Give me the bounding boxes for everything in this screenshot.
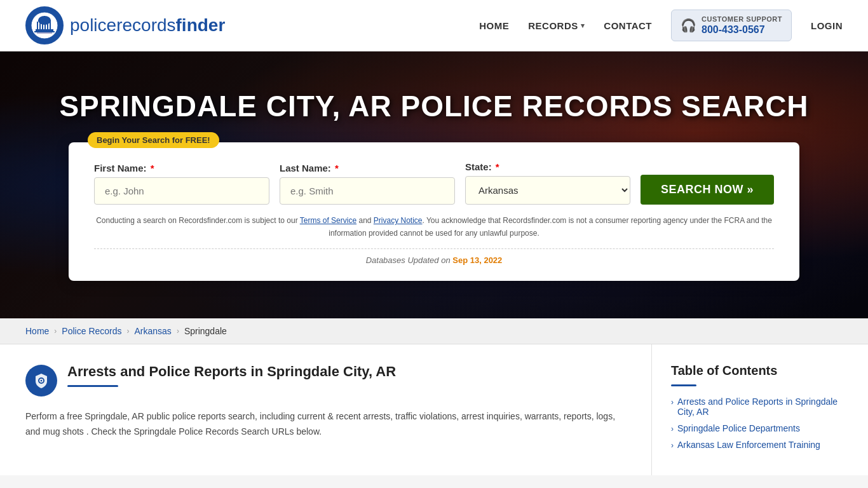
table-of-contents: Table of Contents › Arrests and Police R… [652,344,868,475]
breadcrumb-sep-3: › [177,327,179,336]
svg-rect-11 [44,16,45,20]
svg-rect-6 [44,22,46,29]
last-name-input[interactable] [280,177,455,205]
nav-login[interactable]: LOGIN [811,20,843,31]
first-name-required: * [151,163,154,173]
search-box: Begin Your Search for FREE! First Name: … [69,142,799,280]
logo-icon [25,6,64,44]
first-name-input[interactable] [94,177,269,205]
toc-item-1[interactable]: › Arrests and Police Reports in Springda… [671,396,849,417]
breadcrumb-city: Springdale [184,326,227,336]
last-name-label: Last Name: * [280,163,455,173]
logo-text: policerecordsfinder [70,15,225,36]
support-label: CUSTOMER SUPPORT [702,15,782,24]
toc-item-2[interactable]: › Springdale Police Departments [671,423,849,433]
toc-divider [671,384,696,386]
db-updated: Databases Updated on Sep 13, 2022 [94,255,774,265]
toc-list: › Arrests and Police Reports in Springda… [671,396,849,450]
nav-records[interactable]: RECORDS ▾ [528,20,585,31]
customer-support-button[interactable]: 🎧 CUSTOMER SUPPORT 800-433-0567 [671,10,792,41]
state-field-group: State: * Arkansas Alabama Alaska Arizona… [465,161,630,205]
title-underline [67,385,118,387]
breadcrumb-sep-1: › [54,327,57,336]
article-body: Perform a free Springdale, AR public pol… [25,409,626,440]
search-divider [94,248,774,249]
content-left: Arrests and Police Reports in Springdale… [0,344,652,475]
toc-item-1-label: Arrests and Police Reports in Springdale… [677,396,849,417]
search-fields: First Name: * Last Name: * State: * Arka [94,161,774,205]
nav-home[interactable]: HOME [479,20,509,31]
svg-rect-8 [50,22,51,29]
begin-badge: Begin Your Search for FREE! [88,132,219,148]
badge-icon [25,365,57,396]
state-select[interactable]: Arkansas Alabama Alaska Arizona Californ… [465,176,630,205]
state-label: State: * [465,161,630,172]
nav-contact[interactable]: CONTACT [604,20,652,31]
toc-item-2-label: Springdale Police Departments [677,423,800,433]
site-header: policerecordsfinder HOME RECORDS ▾ CONTA… [0,0,868,51]
chevron-right-icon-2: › [671,424,674,433]
headset-icon: 🎧 [681,18,696,33]
toc-item-3[interactable]: › Arkansas Law Enforcement Training [671,440,849,450]
toc-title: Table of Contents [671,363,849,378]
last-name-field-group: Last Name: * [280,163,455,205]
article-title: Arrests and Police Reports in Springdale… [67,363,396,380]
breadcrumb-home[interactable]: Home [25,326,49,336]
svg-rect-3 [37,22,38,29]
svg-rect-4 [39,22,41,29]
chevron-right-icon-3: › [671,441,674,450]
logo[interactable]: policerecordsfinder [25,6,225,44]
tos-link[interactable]: Terms of Service [300,216,356,225]
chevron-down-icon: ▾ [581,22,585,30]
breadcrumb-sep-2: › [127,327,130,336]
toc-item-3-label: Arkansas Law Enforcement Training [677,440,820,450]
breadcrumb-state[interactable]: Arkansas [135,326,172,336]
privacy-link[interactable]: Privacy Notice [374,216,423,225]
svg-rect-10 [34,31,55,32]
first-name-label: First Name: * [94,163,269,173]
capitol-icon [31,11,58,39]
breadcrumb: Home › Police Records › Arkansas › Sprin… [0,318,868,344]
search-disclaimer: Conducting a search on Recordsfinder.com… [94,215,774,239]
first-name-field-group: First Name: * [94,163,269,205]
svg-rect-5 [42,22,43,29]
svg-rect-12 [37,32,52,34]
article-header: Arrests and Police Reports in Springdale… [25,363,626,396]
hero-section: SPRINGDALE CITY, AR POLICE RECORDS SEARC… [0,51,868,318]
support-phone: 800-433-0567 [702,24,782,36]
svg-rect-7 [47,22,48,29]
svg-rect-9 [36,29,53,31]
article-title-area: Arrests and Police Reports in Springdale… [67,363,396,387]
breadcrumb-police-records[interactable]: Police Records [62,326,121,336]
hero-title: SPRINGDALE CITY, AR POLICE RECORDS SEARC… [59,89,808,123]
svg-point-15 [41,380,43,382]
last-name-required: * [335,163,339,173]
main-content: Arrests and Police Reports in Springdale… [0,344,868,475]
search-button[interactable]: SEARCH NOW » [641,175,774,205]
chevron-right-icon: › [671,398,674,407]
main-nav: HOME RECORDS ▾ CONTACT 🎧 CUSTOMER SUPPOR… [479,10,843,41]
state-required: * [496,161,499,172]
